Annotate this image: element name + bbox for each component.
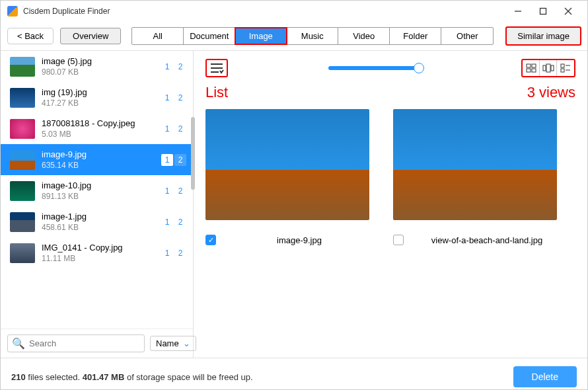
count-badge: 1 xyxy=(161,123,173,135)
svg-rect-10 xyxy=(532,69,536,72)
svg-rect-9 xyxy=(527,69,531,72)
minimize-button[interactable] xyxy=(505,2,531,20)
back-button[interactable]: < Back xyxy=(7,28,54,44)
thumbnail xyxy=(10,181,35,201)
count-badge: 2 xyxy=(174,154,186,166)
file-name: image-9.jpg xyxy=(42,149,155,159)
list-item[interactable]: IMG_0141 - Copy.jpg11.11 MB12 xyxy=(1,237,193,268)
file-size: 417.27 KB xyxy=(42,98,155,108)
preview-grid: ✓image-9.jpgview-of-a-beach-and-land.jpg xyxy=(205,109,575,245)
search-icon: 🔍 xyxy=(12,337,25,350)
sort-dropdown[interactable]: Name ⌄ xyxy=(150,336,196,351)
app-title: Cisdem Duplicate Finder xyxy=(23,7,505,16)
preview-item: ✓image-9.jpg xyxy=(205,109,369,245)
svg-rect-8 xyxy=(532,64,536,67)
svg-rect-16 xyxy=(561,69,564,72)
sort-label: Name xyxy=(156,338,179,348)
tab-image[interactable]: Image xyxy=(235,28,287,44)
file-name: img (19).jpg xyxy=(42,87,155,97)
count-badge: 1 xyxy=(161,216,173,228)
list-item[interactable]: image-9.jpg635.14 KB12 xyxy=(1,144,193,175)
search-input[interactable] xyxy=(29,338,140,348)
close-button[interactable] xyxy=(556,2,581,20)
svg-rect-12 xyxy=(546,64,550,72)
count-badge: 2 xyxy=(174,92,186,104)
list-item[interactable]: image-10.jpg891.13 KB12 xyxy=(1,175,193,206)
select-checkbox[interactable]: ✓ xyxy=(205,235,216,245)
view-switcher xyxy=(521,59,575,77)
list-item[interactable]: image (5).jpg980.07 KB12 xyxy=(1,51,193,82)
count-badge: 2 xyxy=(174,216,186,228)
list-item[interactable]: 1870081818 - Copy.jpeg5.03 MB12 xyxy=(1,113,193,144)
list-item[interactable]: img (19).jpg417.27 KB12 xyxy=(1,82,193,113)
compare-view-button[interactable] xyxy=(540,60,557,76)
overview-button[interactable]: Overview xyxy=(60,28,121,44)
app-icon xyxy=(7,6,18,17)
tab-music[interactable]: Music xyxy=(287,28,338,44)
freed-size: 401.47 MB xyxy=(83,372,125,382)
selected-count: 210 xyxy=(11,372,26,382)
count-badge: 2 xyxy=(174,247,186,259)
file-size: 635.14 KB xyxy=(42,161,155,170)
grid-view-button[interactable] xyxy=(523,60,540,76)
file-size: 5.03 MB xyxy=(42,130,155,139)
count-badge: 2 xyxy=(174,61,186,73)
zoom-slider[interactable] xyxy=(328,66,421,70)
detail-view-button[interactable] xyxy=(557,60,574,76)
file-name: image (5).jpg xyxy=(42,56,155,66)
file-name: 1870081818 - Copy.jpeg xyxy=(42,118,155,128)
svg-rect-7 xyxy=(527,64,531,67)
svg-rect-14 xyxy=(561,64,564,67)
preview-image[interactable] xyxy=(205,109,369,220)
list-item[interactable]: image-1.jpg458.61 KB12 xyxy=(1,206,193,237)
file-list: image (5).jpg980.07 KB12img (19).jpg417.… xyxy=(1,51,193,329)
count-badge: 1 xyxy=(161,185,173,197)
file-name: image-10.jpg xyxy=(42,180,155,190)
maximize-button[interactable] xyxy=(531,2,556,20)
svg-rect-11 xyxy=(543,65,546,71)
list-mode-button[interactable] xyxy=(205,59,228,77)
preview-filename: image-9.jpg xyxy=(229,235,369,245)
tab-folder[interactable]: Folder xyxy=(390,28,441,44)
count-badge: 2 xyxy=(174,185,186,197)
tab-other[interactable]: Other xyxy=(441,28,493,44)
preview-image[interactable] xyxy=(393,109,557,220)
thumbnail xyxy=(10,212,35,232)
slider-knob[interactable] xyxy=(414,63,424,73)
file-size: 891.13 KB xyxy=(42,192,155,201)
annotation-views: 3 views xyxy=(527,84,575,101)
file-name: image-1.jpg xyxy=(42,212,155,221)
count-badge: 1 xyxy=(161,61,173,73)
thumbnail xyxy=(10,57,35,77)
count-badge: 1 xyxy=(161,92,173,104)
category-tabs: AllDocumentImageMusicVideoFolderOther xyxy=(131,27,494,45)
similar-image-button[interactable]: Similar image xyxy=(506,27,581,45)
file-name: IMG_0141 - Copy.jpg xyxy=(42,243,155,253)
count-badge: 1 xyxy=(161,154,173,166)
tab-video[interactable]: Video xyxy=(338,28,390,44)
preview-item: view-of-a-beach-and-land.jpg xyxy=(393,109,557,245)
file-size: 458.61 KB xyxy=(42,223,155,232)
annotation-list: List xyxy=(205,84,228,101)
count-badge: 2 xyxy=(174,123,186,135)
file-size: 11.11 MB xyxy=(42,254,155,263)
delete-button[interactable]: Delete xyxy=(513,366,577,387)
select-checkbox[interactable] xyxy=(393,235,404,245)
thumbnail xyxy=(10,150,35,170)
tab-document[interactable]: Document xyxy=(184,28,235,44)
search-box[interactable]: 🔍 xyxy=(7,334,145,352)
thumbnail xyxy=(10,119,35,139)
file-size: 980.07 KB xyxy=(42,67,155,77)
chevron-down-icon: ⌄ xyxy=(183,338,190,348)
count-badge: 1 xyxy=(161,247,173,259)
svg-rect-1 xyxy=(540,9,546,15)
svg-rect-13 xyxy=(551,65,554,71)
thumbnail xyxy=(10,243,35,263)
tab-all[interactable]: All xyxy=(132,28,184,44)
preview-filename: view-of-a-beach-and-land.jpg xyxy=(417,235,557,245)
thumbnail xyxy=(10,88,35,108)
